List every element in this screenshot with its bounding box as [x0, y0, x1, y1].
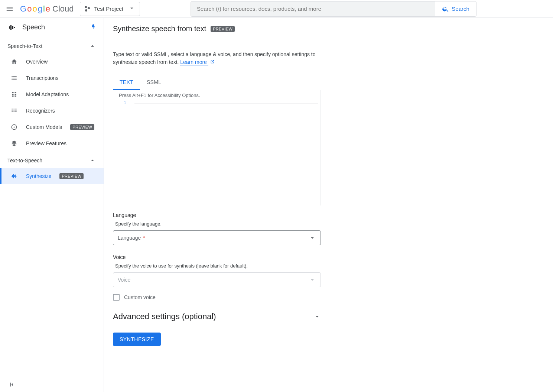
synthesize-button[interactable]: SYNTHESIZE: [113, 333, 161, 346]
nav-synthesize[interactable]: Synthesize PREVIEW: [0, 168, 104, 184]
language-placeholder: Language: [118, 235, 141, 241]
sidebar: Speech Speech-to-Text Overview Transcrip…: [0, 18, 104, 392]
nav-transcriptions[interactable]: Transcriptions: [0, 70, 104, 86]
preview-badge: PREVIEW: [59, 173, 84, 179]
stack-icon: [10, 140, 18, 147]
pin-icon[interactable]: [90, 24, 96, 31]
voice-section-label: Voice: [113, 254, 429, 260]
home-icon: [10, 58, 18, 65]
nav-label: Custom Models: [26, 124, 62, 130]
collapse-icon: [9, 381, 16, 388]
search-input[interactable]: [191, 1, 435, 16]
voice-placeholder: Voice: [118, 277, 130, 283]
speech-product-icon: [7, 23, 16, 32]
chevron-down-icon: [313, 313, 321, 320]
line-number: 1: [113, 99, 134, 105]
text-editor[interactable]: Press Alt+F1 for Accessibility Options. …: [113, 90, 321, 205]
custom-voice-checkbox[interactable]: Custom voice: [113, 294, 429, 301]
learn-more-link[interactable]: Learn more: [180, 59, 208, 65]
language-select[interactable]: Language *: [113, 230, 321, 245]
section-speech-to-text[interactable]: Speech-to-Text: [0, 37, 104, 54]
nav-model-adaptations[interactable]: Model Adaptations: [0, 86, 104, 103]
required-indicator: *: [143, 235, 145, 241]
checkbox-icon: [113, 294, 120, 301]
editor-line-input[interactable]: [134, 99, 318, 104]
gcp-logo[interactable]: Google Cloud: [20, 4, 74, 14]
page-title: Synthesize speech from text: [113, 25, 206, 33]
tab-text[interactable]: TEXT: [113, 75, 140, 90]
badge-icon: [10, 123, 18, 131]
intro-text: Type text or valid SSML, select a langua…: [113, 51, 321, 67]
nav-overview[interactable]: Overview: [0, 54, 104, 70]
section-label: Speech-to-Text: [7, 43, 42, 49]
project-name: Test Project: [94, 6, 123, 12]
search-button-label: Search: [452, 6, 469, 12]
search-button[interactable]: Search: [435, 1, 476, 16]
custom-voice-label: Custom voice: [124, 294, 156, 300]
list-icon: [10, 74, 18, 82]
nav-label: Synthesize: [26, 173, 51, 179]
svg-point-0: [14, 127, 15, 128]
voice-hint: Specify the voice to use for synthesis (…: [115, 263, 429, 269]
language-hint: Specify the language.: [115, 221, 429, 227]
language-section-label: Language: [113, 212, 429, 218]
nav-label: Model Adaptations: [26, 91, 69, 97]
chevron-up-icon: [89, 157, 96, 164]
chevron-down-icon: [309, 234, 316, 242]
nav-menu-button[interactable]: [5, 4, 14, 13]
a11y-hint: Press Alt+F1 for Accessibility Options.: [113, 90, 321, 99]
nav-label: Transcriptions: [26, 75, 58, 81]
input-mode-tabs: TEXT SSML: [113, 75, 321, 90]
collapse-sidebar-button[interactable]: [0, 377, 104, 392]
chevron-up-icon: [89, 42, 96, 50]
nav-label: Recognizers: [26, 108, 55, 114]
project-picker-icon: [85, 6, 91, 12]
advanced-settings-label: Advanced settings (optional): [113, 312, 216, 321]
rows-icon: [10, 107, 18, 114]
project-picker[interactable]: Test Project: [80, 2, 140, 16]
section-label: Text-to-Speech: [7, 158, 42, 163]
nav-recognizers[interactable]: Recognizers: [0, 103, 104, 119]
preview-badge: PREVIEW: [70, 124, 94, 130]
sidebar-title: Speech: [22, 23, 84, 31]
sliders-icon: [10, 91, 18, 98]
nav-preview-features[interactable]: Preview Features: [0, 135, 104, 152]
external-link-icon: [210, 59, 215, 67]
advanced-settings-toggle[interactable]: Advanced settings (optional): [113, 312, 321, 321]
voice-select[interactable]: Voice: [113, 272, 321, 287]
section-text-to-speech[interactable]: Text-to-Speech: [0, 152, 104, 168]
chevron-down-icon: [129, 5, 135, 13]
tab-ssml[interactable]: SSML: [140, 75, 168, 90]
wave-icon: [10, 172, 18, 180]
nav-label: Preview Features: [26, 140, 66, 146]
logo-suffix: Cloud: [52, 4, 74, 14]
page-title-badge: PREVIEW: [211, 26, 235, 32]
chevron-down-icon: [309, 276, 316, 284]
nav-custom-models[interactable]: Custom Models PREVIEW: [0, 119, 104, 135]
search-icon: [442, 5, 449, 13]
search-bar[interactable]: Search: [191, 1, 476, 17]
nav-label: Overview: [26, 59, 48, 65]
